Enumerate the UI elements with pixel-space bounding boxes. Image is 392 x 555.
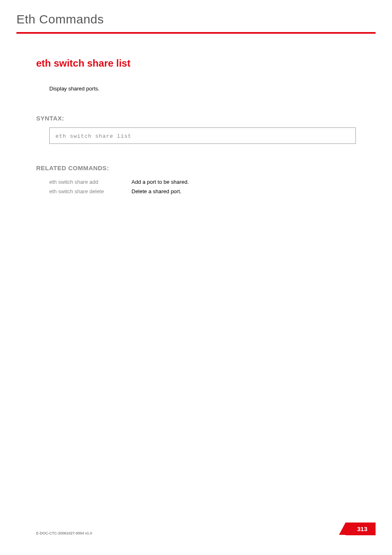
related-command-link[interactable]: eth switch share delete	[49, 188, 131, 194]
related-command-row: eth switch share add Add a port to be sh…	[49, 179, 356, 185]
header-divider	[16, 32, 376, 34]
page-footer: E-DOC-CTC-20061027-0004 v1.0 313	[0, 523, 392, 535]
page-number-badge: 313	[346, 523, 376, 535]
related-commands-heading: RELATED COMMANDS:	[36, 164, 356, 171]
syntax-heading: SYNTAX:	[36, 115, 356, 122]
command-title: eth switch share list	[36, 58, 356, 69]
section-title: Eth Commands	[16, 12, 376, 26]
command-description: Display shared ports.	[49, 86, 356, 92]
related-command-row: eth switch share delete Delete a shared …	[49, 188, 356, 194]
footer-doc-id: E-DOC-CTC-20061027-0004 v1.0	[36, 531, 92, 535]
related-command-desc: Delete a shared port.	[131, 188, 181, 194]
related-command-link[interactable]: eth switch share add	[49, 179, 131, 185]
related-command-desc: Add a port to be shared.	[131, 179, 189, 185]
syntax-box: eth switch share list	[49, 127, 356, 144]
syntax-command: eth switch share list	[55, 133, 131, 139]
related-commands-table: eth switch share add Add a port to be sh…	[49, 179, 356, 194]
page-number: 313	[357, 525, 367, 532]
